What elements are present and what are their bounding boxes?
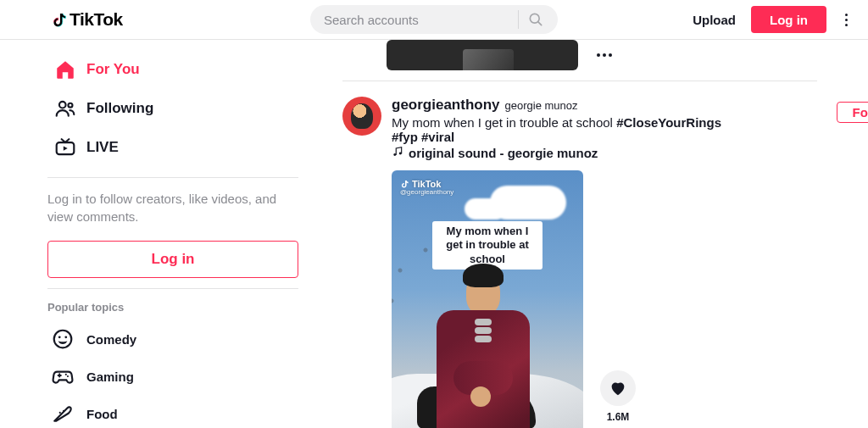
svg-point-13 [399, 153, 402, 155]
nav-label: Following [86, 100, 153, 117]
svg-point-2 [68, 103, 72, 108]
search-bar[interactable] [310, 5, 558, 34]
svg-point-1 [59, 102, 66, 108]
post: georgieanthony georgie munoz My mom when… [342, 97, 834, 428]
topic-gaming[interactable]: Gaming [47, 358, 295, 395]
more-icon[interactable] [597, 53, 834, 57]
topic-label: Gaming [86, 370, 134, 384]
upload-link[interactable]: Upload [693, 13, 736, 27]
divider [47, 177, 298, 178]
avatar[interactable] [342, 97, 381, 136]
svg-point-4 [54, 331, 72, 348]
search-input[interactable] [324, 13, 513, 27]
sound-row[interactable]: original sound - georgie munoz [392, 146, 834, 160]
topic-label: Comedy [86, 332, 136, 347]
author-row[interactable]: georgieanthony georgie munoz [392, 97, 834, 114]
sound-name: original sound - georgie munoz [409, 146, 598, 160]
header-actions: Upload Log in [693, 6, 851, 33]
action-bar: 1.6M 20.1K [600, 370, 636, 428]
author-username: georgieanthony [392, 97, 500, 114]
gaming-icon [51, 364, 75, 388]
login-button-header[interactable]: Log in [751, 6, 826, 33]
food-icon [51, 402, 75, 425]
topics-heading: Popular topics [47, 301, 295, 314]
search-divider [518, 10, 519, 29]
author-displayname: georgie munoz [505, 99, 578, 112]
previous-video-thumbnail[interactable] [387, 40, 578, 70]
login-hint: Log in to follow creators, like videos, … [47, 190, 298, 225]
home-icon [54, 58, 76, 81]
video-player[interactable]: TikTok @georgieanthony My mom when I get… [392, 170, 583, 428]
svg-point-8 [67, 375, 69, 377]
nav-label: For You [86, 61, 140, 78]
nav-label: LIVE [86, 139, 119, 156]
topic-food[interactable]: Food [47, 395, 295, 428]
comedy-icon [51, 327, 75, 351]
nav-following[interactable]: Following [47, 89, 295, 128]
caption: My mom when I get in trouble at school #… [392, 115, 748, 144]
nav-live[interactable]: LIVE [47, 128, 295, 167]
logo-text: TikTok [70, 9, 123, 30]
sidebar: For You Following LIVE Log in to follow … [0, 40, 302, 428]
nav-for-you[interactable]: For You [47, 50, 295, 89]
follow-button[interactable]: Follow [837, 102, 869, 123]
header: TikTok Upload Log in [0, 0, 868, 40]
svg-point-12 [393, 153, 396, 156]
svg-point-9 [59, 412, 61, 414]
search-icon[interactable] [527, 11, 544, 28]
logo[interactable]: TikTok [51, 9, 123, 30]
like-button[interactable] [600, 370, 636, 406]
more-menu-icon[interactable] [842, 10, 851, 30]
caption-text: My mom when I get in trouble at school [392, 115, 616, 130]
login-button-sidebar[interactable]: Log in [47, 241, 298, 278]
live-icon [54, 136, 76, 158]
svg-point-10 [63, 410, 64, 412]
svg-point-6 [64, 336, 67, 338]
topic-comedy[interactable]: Comedy [47, 320, 295, 358]
topic-label: Food [86, 407, 118, 421]
svg-point-7 [65, 374, 67, 375]
svg-point-5 [58, 336, 61, 338]
people-icon [54, 97, 76, 120]
music-note-icon [392, 146, 403, 160]
divider [47, 288, 298, 289]
feed: georgieanthony georgie munoz My mom when… [302, 40, 868, 428]
divider [342, 81, 817, 81]
video-watermark: TikTok @georgieanthony [400, 179, 453, 196]
like-count: 1.6M [607, 411, 630, 423]
tiktok-note-icon [51, 10, 68, 29]
